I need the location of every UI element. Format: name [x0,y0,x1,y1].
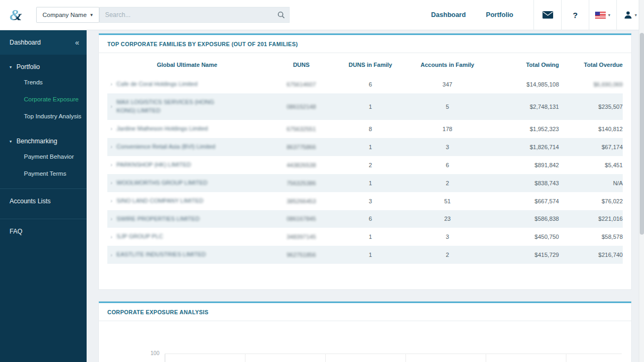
table-header-row: Global Ultimate Name DUNS DUNS in Family… [107,53,623,75]
company-name-dropdown[interactable]: Company Name ▾ [36,7,99,23]
total-overdue-value: $6,690,069 [559,75,623,93]
sidebar-item-payment-behavior[interactable]: Payment Behavior [0,148,87,165]
nav-dashboard-link[interactable]: Dashboard [431,11,465,19]
row-expand-icon[interactable]: › [111,162,112,168]
vertical-gridline [486,354,486,362]
company-name[interactable]: SINO LAND COMPANY LIMITED [116,197,203,205]
table-row[interactable]: › MAX LOGISTICS SERVICES (HONG KONG) LIM… [107,93,623,120]
company-name[interactable]: WOOLWORTHS GROUP LIMITED [116,179,207,187]
company-name[interactable]: Jardine Matheson Holdings Limited [116,125,208,133]
duns-in-family-value: 1 [336,246,405,264]
sidebar-group-portfolio[interactable]: ▾ Portfolio [0,55,87,74]
duns-in-family-value: 6 [336,75,405,93]
duns-in-family-value: 2 [336,156,405,174]
table-row[interactable]: › Cafe de Coral Holdings Limited 6756146… [107,75,623,93]
total-owing-value: $1,826,714 [490,138,559,156]
total-owing-value: $1,952,323 [490,120,559,138]
language-selector[interactable]: ▾ [589,0,616,30]
row-expand-icon[interactable]: › [111,144,112,150]
table-row[interactable]: › SINO LAND COMPANY LIMITED 385266453 3 … [107,192,623,210]
row-expand-icon[interactable]: › [111,252,112,258]
col-global-ultimate-name[interactable]: Global Ultimate Name [107,53,267,75]
accounts-in-family-value: 2 [405,246,490,264]
col-duns[interactable]: DUNS [267,53,336,75]
row-expand-icon[interactable]: › [111,216,112,222]
total-overdue-value: $67,174 [559,138,623,156]
search-input[interactable] [100,11,273,19]
sidebar-item-faq[interactable]: FAQ [0,219,87,243]
duns-value: 675614607 [286,81,316,88]
company-name[interactable]: PARKNSHOP (HK) LIMITED [116,161,191,169]
chevron-down-icon: ▾ [90,12,93,18]
company-name[interactable]: Cafe de Coral Holdings Limited [116,80,197,89]
duns-value: 385266453 [286,198,316,204]
company-name[interactable]: Convenience Retail Asia (BVI) Limited [116,143,215,151]
col-total-overdue[interactable]: Total Overdue [559,53,623,75]
row-expand-icon[interactable]: › [111,126,112,132]
help-button[interactable]: ? [561,0,589,30]
total-owing-value: $667,574 [490,192,559,210]
table-row[interactable]: › Jardine Matheson Holdings Limited 6756… [107,120,623,138]
total-overdue-value: $5,451 [559,156,623,174]
row-expand-icon[interactable]: › [111,81,112,87]
analysis-panel-title: CORPORATE EXPOSURE ANALYSIS [99,303,631,321]
sidebar-item-corporate-exposure[interactable]: Corporate Exposure [0,91,87,108]
sidebar-item-payment-terms[interactable]: Payment Terms [0,165,87,182]
sidebar-group-benchmarking[interactable]: ▾ Benchmarking [0,125,87,148]
accounts-in-family-value: 3 [405,138,490,156]
company-name[interactable]: SJP GROUP PLC [116,232,163,241]
table-row[interactable]: › Convenience Retail Asia (BVI) Limited … [107,138,623,156]
table-row[interactable]: › EASTLITE INDUSTRIES LIMITED 962751856 … [107,246,623,264]
families-table: Global Ultimate Name DUNS DUNS in Family… [107,53,623,264]
table-row[interactable]: › SJP GROUP PLC 348397145 1 3 $450,750 $… [107,228,623,246]
messages-button[interactable] [533,0,561,30]
search-box[interactable] [99,7,290,23]
company-name[interactable]: SWIRE PROPERTIES LIMITED [116,215,199,223]
total-owing-value: $450,750 [490,228,559,246]
user-icon [624,11,632,19]
row-expand-icon[interactable]: › [111,104,112,109]
row-expand-icon[interactable]: › [111,198,112,204]
mail-icon [543,11,553,19]
company-name[interactable]: EASTLITE INDUSTRIES LIMITED [116,251,206,259]
total-owing-value: $586,838 [490,210,559,228]
accounts-in-family-value: 23 [405,210,490,228]
accounts-in-family-value: 2 [405,174,490,192]
top-corporate-families-panel: TOP CORPORATE FAMILIES BY EXPOSURE (OUT … [99,33,631,289]
total-overdue-value: $235,507 [559,93,623,120]
sidebar-item-trends[interactable]: Trends [0,74,87,91]
total-owing-value: $2,748,131 [490,93,559,120]
search-icon[interactable] [273,11,289,19]
duns-value: 756325386 [286,180,316,186]
scrollbar-thumb[interactable] [640,33,644,235]
row-expand-icon[interactable]: › [111,180,112,186]
table-row[interactable]: › PARKNSHOP (HK) LIMITED 443826538 2 6 $… [107,156,623,174]
y-axis-tick-label: 100 [99,350,159,356]
sidebar-item-top-industry-analysis[interactable]: Top Industry Analysis [0,108,87,125]
sidebar-item-accounts-lists[interactable]: Accounts Lists [0,189,87,212]
duns-value: 863775866 [286,144,316,150]
total-overdue-value: $140,812 [559,120,623,138]
us-flag-icon [595,12,606,19]
vertical-gridline [405,354,406,362]
nav-portfolio-link[interactable]: Portfolio [486,11,513,19]
table-row[interactable]: › SWIRE PROPERTIES LIMITED 086167845 6 2… [107,210,623,228]
collapse-sidebar-icon[interactable]: « [75,38,79,47]
sidebar-portfolio-label: Portfolio [16,63,40,71]
company-name[interactable]: MAX LOGISTICS SERVICES (HONG KONG) LIMIT… [116,98,223,115]
col-duns-in-family[interactable]: DUNS in Family [336,53,405,75]
duns-value: 675632551 [286,126,316,132]
table-row[interactable]: › WOOLWORTHS GROUP LIMITED 756325386 1 2… [107,174,623,192]
row-expand-icon[interactable]: › [111,234,112,240]
dnb-ampersand-logo[interactable]: & [10,6,28,24]
duns-in-family-value: 1 [336,138,405,156]
page-scrollbar[interactable] [639,0,644,362]
col-accounts-in-family[interactable]: Accounts in Family [405,53,490,75]
sidebar-item-dashboard[interactable]: Dashboard « [0,30,87,55]
accounts-in-family-value: 5 [405,93,490,120]
col-total-owing[interactable]: Total Owing [490,53,559,75]
accounts-in-family-value: 178 [405,120,490,138]
chevron-down-icon: ▾ [10,65,12,70]
accounts-in-family-value: 3 [405,228,490,246]
corporate-exposure-analysis-panel: CORPORATE EXPOSURE ANALYSIS 10090 [99,301,631,362]
